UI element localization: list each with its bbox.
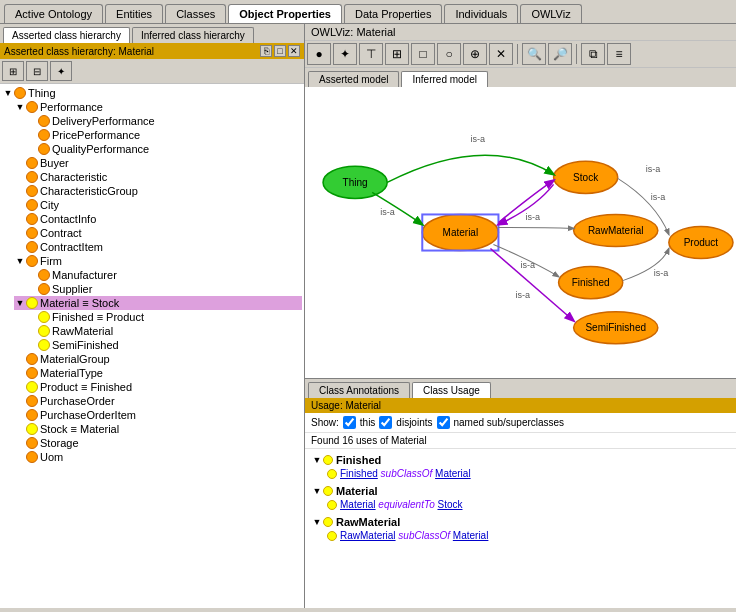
rawmaterial-link-text[interactable]: RawMaterial: [340, 530, 396, 541]
tree-item-manufacturer[interactable]: Manufacturer: [26, 268, 302, 282]
toggle-materialtype[interactable]: [14, 367, 26, 379]
toggle-contract[interactable]: [14, 227, 26, 239]
toggle-semifinished[interactable]: [26, 339, 38, 351]
expand-icon[interactable]: □: [274, 45, 286, 57]
copy-icon[interactable]: ⎘: [260, 45, 272, 57]
disjoints-checkbox[interactable]: [379, 416, 392, 429]
toggle-purchaseorder[interactable]: [14, 395, 26, 407]
cross-tool[interactable]: ✕: [489, 43, 513, 65]
tab-classes[interactable]: Classes: [165, 4, 226, 23]
finished-link-text[interactable]: Finished: [340, 468, 378, 479]
toggle-thing[interactable]: ▼: [2, 87, 14, 99]
toggle-material-usage[interactable]: ▼: [311, 485, 323, 497]
toggle-finished-usage[interactable]: ▼: [311, 454, 323, 466]
toggle-rawmaterial[interactable]: [26, 325, 38, 337]
rect-tool[interactable]: □: [411, 43, 435, 65]
tree-item-contract[interactable]: Contract: [14, 226, 302, 240]
tree-item-materialtype[interactable]: MaterialType: [14, 366, 302, 380]
tree-item-chargroup[interactable]: CharacteristicGroup: [14, 184, 302, 198]
toggle-characteristic[interactable]: [14, 171, 26, 183]
star-tool[interactable]: ✦: [333, 43, 357, 65]
tree-item-performance[interactable]: ▼ Performance: [14, 100, 302, 114]
tree-item-purchaseorder[interactable]: PurchaseOrder: [14, 394, 302, 408]
material-link-text[interactable]: Material: [340, 499, 376, 510]
toggle-material-stock[interactable]: ▼: [14, 297, 26, 309]
toggle-product-finished[interactable]: [14, 381, 26, 393]
toggle-materialgroup[interactable]: [14, 353, 26, 365]
toggle-uom[interactable]: [14, 451, 26, 463]
circle-tool[interactable]: ●: [307, 43, 331, 65]
tree-item-thing[interactable]: ▼ Thing: [2, 86, 302, 100]
tab-asserted-hierarchy[interactable]: Asserted class hierarchy: [3, 27, 130, 43]
tree-item-product-finished[interactable]: Product ≡ Finished: [14, 380, 302, 394]
usage-class-header-finished[interactable]: ▼ Finished: [311, 453, 730, 467]
tab-object-properties[interactable]: Object Properties: [228, 4, 342, 23]
usage-class-header-rawmaterial[interactable]: ▼ RawMaterial: [311, 515, 730, 529]
tree-item-rawmaterial[interactable]: RawMaterial: [26, 324, 302, 338]
toggle-contactinfo[interactable]: [14, 213, 26, 225]
tree-item-finished-product[interactable]: Finished ≡ Product: [26, 310, 302, 324]
tree-item-purchaseorderitem[interactable]: PurchaseOrderItem: [14, 408, 302, 422]
toggle-chargroup[interactable]: [14, 185, 26, 197]
filter-btn[interactable]: ✦: [50, 61, 72, 81]
tab-owlviz[interactable]: OWLViz: [520, 4, 581, 23]
toggle-supplier[interactable]: [26, 283, 38, 295]
toggle-contractitem[interactable]: [14, 241, 26, 253]
tree-item-contactinfo[interactable]: ContactInfo: [14, 212, 302, 226]
tree-item-contractitem[interactable]: ContractItem: [14, 240, 302, 254]
toggle-manufacturer[interactable]: [26, 269, 38, 281]
toggle-city[interactable]: [14, 199, 26, 211]
toggle-buyer[interactable]: [14, 157, 26, 169]
list-btn[interactable]: ≡: [607, 43, 631, 65]
tree-item-supplier[interactable]: Supplier: [26, 282, 302, 296]
grid-tool[interactable]: ⊞: [385, 43, 409, 65]
tree-item-semifinished[interactable]: SemiFinished: [26, 338, 302, 352]
tree-item-storage[interactable]: Storage: [14, 436, 302, 450]
tree-item-uom[interactable]: Uom: [14, 450, 302, 464]
named-checkbox[interactable]: [437, 416, 450, 429]
tree-item-price[interactable]: PricePerformance: [26, 128, 302, 142]
material-stock-link[interactable]: Stock: [437, 499, 462, 510]
tab-inferred-hierarchy[interactable]: Inferred class hierarchy: [132, 27, 254, 43]
collapse-all-btn[interactable]: ⊟: [26, 61, 48, 81]
tree-item-quality[interactable]: QualityPerformance: [26, 142, 302, 156]
tab-class-annotations[interactable]: Class Annotations: [308, 382, 410, 398]
tab-asserted-model[interactable]: Asserted model: [308, 71, 399, 87]
expand-all-btn[interactable]: ⊞: [2, 61, 24, 81]
rawmaterial-material-link[interactable]: Material: [453, 530, 489, 541]
tab-inferred-model[interactable]: Inferred model: [401, 71, 487, 87]
tree-item-buyer[interactable]: Buyer: [14, 156, 302, 170]
tree-item-city[interactable]: City: [14, 198, 302, 212]
this-checkbox[interactable]: [343, 416, 356, 429]
toggle-firm[interactable]: ▼: [14, 255, 26, 267]
toggle-storage[interactable]: [14, 437, 26, 449]
toggle-purchaseorderitem[interactable]: [14, 409, 26, 421]
tab-class-usage[interactable]: Class Usage: [412, 382, 491, 398]
tree-item-firm[interactable]: ▼ Firm: [14, 254, 302, 268]
toggle-finished-product[interactable]: [26, 311, 38, 323]
tab-entities[interactable]: Entities: [105, 4, 163, 23]
tree-item-delivery[interactable]: DeliveryPerformance: [26, 114, 302, 128]
close-icon[interactable]: ✕: [288, 45, 300, 57]
finished-material-link[interactable]: Material: [435, 468, 471, 479]
toggle-delivery[interactable]: [26, 115, 38, 127]
tab-active-ontology[interactable]: Active Ontology: [4, 4, 103, 23]
zoom-in-btn[interactable]: 🔍: [522, 43, 546, 65]
toggle-rawmaterial-usage[interactable]: ▼: [311, 516, 323, 528]
tree-item-stock-material[interactable]: Stock ≡ Material: [14, 422, 302, 436]
toggle-quality[interactable]: [26, 143, 38, 155]
toggle-stock-material[interactable]: [14, 423, 26, 435]
tree-item-characteristic[interactable]: Characteristic: [14, 170, 302, 184]
toggle-performance[interactable]: ▼: [14, 101, 26, 113]
connect-tool[interactable]: ⊕: [463, 43, 487, 65]
tree-tool[interactable]: ⊤: [359, 43, 383, 65]
toggle-price[interactable]: [26, 129, 38, 141]
tab-data-properties[interactable]: Data Properties: [344, 4, 442, 23]
usage-class-header-material[interactable]: ▼ Material: [311, 484, 730, 498]
export-btn[interactable]: ⧉: [581, 43, 605, 65]
oval-tool[interactable]: ○: [437, 43, 461, 65]
zoom-out-btn[interactable]: 🔎: [548, 43, 572, 65]
tree-item-materialgroup[interactable]: MaterialGroup: [14, 352, 302, 366]
tab-individuals[interactable]: Individuals: [444, 4, 518, 23]
tree-item-material-stock[interactable]: ▼ Material ≡ Stock: [14, 296, 302, 310]
